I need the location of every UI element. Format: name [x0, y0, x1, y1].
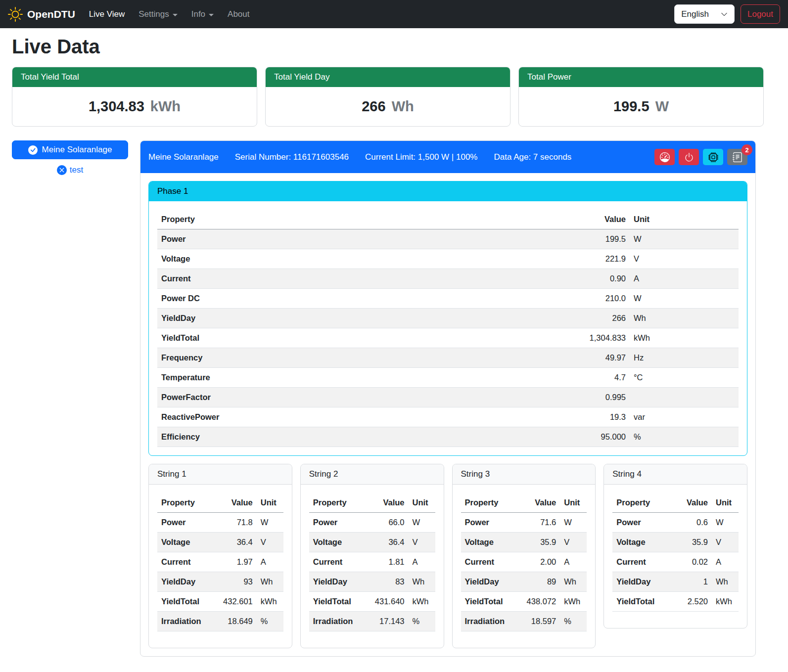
row-prop: YieldTotal	[612, 592, 673, 612]
column-unit: Unit	[257, 493, 283, 513]
brand[interactable]: OpenDTU	[8, 7, 75, 22]
row-unit: Wh	[630, 309, 739, 328]
nav-item-settings[interactable]: Settings	[132, 5, 184, 23]
row-prop: Voltage	[309, 533, 365, 552]
table-row: YieldTotal432.601kWh	[157, 592, 283, 612]
row-unit: W	[712, 513, 739, 533]
row-val: 71.8	[213, 513, 257, 533]
column-property: Property	[309, 493, 365, 513]
table-header-row: Property Value Unit	[461, 493, 587, 513]
row-prop: YieldTotal	[157, 328, 440, 348]
inverter-selected-button[interactable]: Meine Solaranlage	[12, 140, 128, 159]
column-property: Property	[612, 493, 673, 513]
row-unit: V	[712, 533, 739, 552]
string-card-1: String 1 Property Value Unit	[148, 464, 292, 648]
table-row: ReactivePower19.3var	[157, 407, 739, 427]
row-prop: Current	[157, 269, 440, 289]
table-row: Voltage35.9V	[461, 533, 587, 552]
row-unit: %	[409, 612, 435, 631]
row-val: 199.5	[440, 229, 630, 249]
row-unit: W	[257, 513, 283, 533]
nav-item-about[interactable]: About	[221, 5, 256, 23]
row-prop: YieldDay	[461, 572, 517, 592]
inverter-limit: Current Limit: 1,500 W | 100%	[365, 152, 477, 162]
row-unit: V	[409, 533, 435, 552]
string-card-4: String 4 Property Value Unit	[603, 464, 747, 628]
string-body: Property Value Unit Power71.8WVoltage36.…	[149, 485, 292, 648]
table-row: PowerFactor0.995	[157, 388, 739, 407]
column-property: Property	[157, 493, 213, 513]
table-row: YieldDay89Wh	[461, 572, 587, 592]
language-select[interactable]: English	[674, 4, 735, 24]
row-unit: A	[630, 269, 739, 289]
row-prop: Irradiation	[309, 612, 365, 631]
event-log-button[interactable]: 2	[727, 149, 747, 165]
table-row: YieldTotal2.520kWh	[612, 592, 739, 612]
event-count-badge: 2	[742, 144, 752, 155]
row-val: 18.649	[213, 612, 257, 631]
row-prop: YieldTotal	[157, 592, 213, 612]
column-property: Property	[461, 493, 517, 513]
row-unit: A	[560, 552, 587, 572]
row-unit: W	[409, 513, 435, 533]
content-row: Meine Solaranlage test Meine Solaranlage…	[12, 140, 764, 657]
row-val: 438.072	[516, 592, 560, 612]
row-val: 19.3	[440, 407, 630, 427]
nav-item-live-view[interactable]: Live View	[82, 5, 132, 23]
navbar-right: English Logout	[674, 4, 780, 24]
row-unit: °C	[630, 368, 739, 388]
table-row: Power0.6W	[612, 513, 739, 533]
table-header-row: Property Value Unit	[157, 210, 739, 229]
row-prop: Power	[461, 513, 517, 533]
row-val: 4.7	[440, 368, 630, 388]
row-val: 95.000	[440, 427, 630, 447]
column-unit: Unit	[712, 493, 739, 513]
row-prop: YieldDay	[157, 572, 213, 592]
row-val: 2.00	[516, 552, 560, 572]
row-prop: YieldTotal	[461, 592, 517, 612]
column-value: Value	[213, 493, 257, 513]
row-unit: kWh	[257, 592, 283, 612]
device-info-button[interactable]	[703, 149, 723, 165]
row-prop: Voltage	[157, 249, 440, 269]
row-prop: Voltage	[157, 533, 213, 552]
inverter-serial: Serial Number: 116171603546	[235, 152, 349, 162]
phase-body: Property Value Unit Power199.5WVoltage22…	[149, 201, 747, 455]
row-val: 17.143	[365, 612, 408, 631]
row-prop: Power DC	[157, 289, 440, 309]
row-val: 49.97	[440, 348, 630, 368]
x-circle-icon	[57, 165, 67, 175]
row-unit: Wh	[560, 572, 587, 592]
inverter-info: Meine Solaranlage Serial Number: 1161716…	[148, 152, 571, 162]
row-prop: Efficiency	[157, 427, 440, 447]
row-unit: Wh	[712, 572, 739, 592]
row-val: 0.995	[440, 388, 630, 407]
inverter-item-test[interactable]: test	[12, 165, 128, 175]
inverter-list: Meine Solaranlage test	[12, 140, 128, 175]
power-button[interactable]	[679, 149, 699, 165]
row-prop: Voltage	[612, 533, 673, 552]
nav-item-info[interactable]: Info	[185, 5, 221, 23]
row-val: 210.0	[440, 289, 630, 309]
table-row: Current0.02A	[612, 552, 739, 572]
inverter-name: Meine Solaranlage	[148, 152, 219, 162]
limit-settings-button[interactable]	[654, 149, 675, 165]
logout-button[interactable]: Logout	[741, 4, 780, 24]
row-prop: Frequency	[157, 348, 440, 368]
row-prop: YieldDay	[612, 572, 673, 592]
inverter-item-label: test	[70, 165, 83, 175]
caret-down-icon	[209, 14, 214, 16]
table-row: YieldDay93Wh	[157, 572, 283, 592]
row-prop: PowerFactor	[157, 388, 440, 407]
total-yield-day-card: Total Yield Day 266 Wh	[265, 67, 510, 127]
row-val: 432.601	[213, 592, 257, 612]
cpu-icon	[708, 152, 718, 162]
table-row: Voltage36.4V	[309, 533, 435, 552]
row-val: 221.9	[440, 249, 630, 269]
row-val: 0.6	[673, 513, 712, 533]
table-row: Voltage221.9V	[157, 249, 739, 269]
row-prop: Current	[309, 552, 365, 572]
card-unit: Wh	[392, 98, 414, 114]
navbar: OpenDTU Live View Settings Info About En…	[0, 0, 788, 28]
row-val: 1	[673, 572, 712, 592]
